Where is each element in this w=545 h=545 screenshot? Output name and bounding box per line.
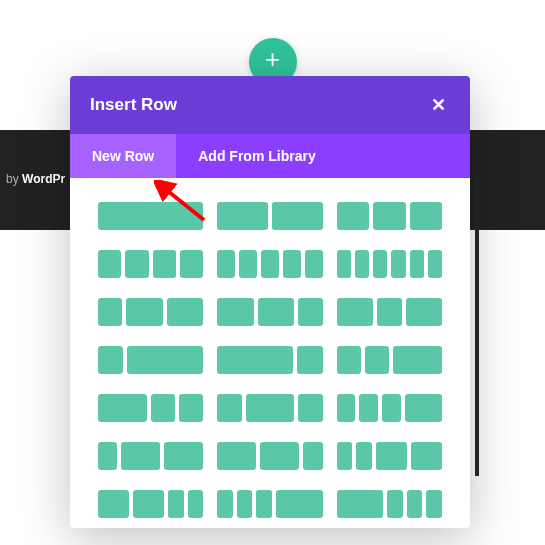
- column-block: [426, 490, 442, 518]
- layout-option-10[interactable]: [217, 346, 322, 374]
- close-icon[interactable]: ✕: [427, 92, 450, 118]
- column-block: [382, 394, 401, 422]
- column-block: [337, 490, 384, 518]
- layout-option-3[interactable]: [98, 250, 203, 278]
- column-block: [133, 490, 164, 518]
- column-block: [179, 394, 203, 422]
- layout-option-5[interactable]: [337, 250, 442, 278]
- column-block: [180, 250, 203, 278]
- column-block: [337, 250, 351, 278]
- column-block: [98, 298, 122, 326]
- column-block: [406, 298, 443, 326]
- column-block: [98, 202, 203, 230]
- column-block: [407, 490, 423, 518]
- column-block: [356, 442, 372, 470]
- column-block: [405, 394, 442, 422]
- column-block: [168, 490, 184, 518]
- column-block: [153, 250, 176, 278]
- column-block: [98, 346, 123, 374]
- layout-option-16[interactable]: [217, 442, 322, 470]
- column-block: [298, 394, 322, 422]
- column-block: [272, 202, 323, 230]
- layout-option-1[interactable]: [217, 202, 322, 230]
- column-block: [283, 250, 301, 278]
- modal-scrollbar[interactable]: [475, 176, 479, 476]
- column-block: [303, 442, 322, 470]
- column-block: [217, 250, 235, 278]
- column-block: [276, 490, 323, 518]
- column-block: [256, 490, 272, 518]
- column-block: [188, 490, 204, 518]
- tab-new-row[interactable]: New Row: [70, 134, 176, 178]
- column-block: [260, 442, 299, 470]
- column-block: [164, 442, 203, 470]
- plus-icon: +: [265, 46, 280, 72]
- layout-option-18[interactable]: [98, 490, 203, 518]
- modal-body: [70, 178, 470, 528]
- column-block: [98, 394, 147, 422]
- layout-option-2[interactable]: [337, 202, 442, 230]
- layout-option-20[interactable]: [337, 490, 442, 518]
- layout-option-9[interactable]: [98, 346, 203, 374]
- column-block: [355, 250, 369, 278]
- column-block: [217, 490, 233, 518]
- layout-option-4[interactable]: [217, 250, 322, 278]
- column-block: [410, 250, 424, 278]
- column-block: [373, 250, 387, 278]
- column-block: [217, 202, 268, 230]
- column-block: [246, 394, 295, 422]
- column-block: [239, 250, 257, 278]
- column-block: [410, 202, 442, 230]
- column-block: [98, 490, 129, 518]
- column-block: [359, 394, 378, 422]
- column-block: [373, 202, 405, 230]
- column-block: [428, 250, 442, 278]
- column-block: [167, 298, 204, 326]
- column-block: [125, 250, 148, 278]
- column-block: [387, 490, 403, 518]
- column-block: [261, 250, 279, 278]
- column-block: [151, 394, 175, 422]
- column-block: [411, 442, 442, 470]
- tab-add-from-library[interactable]: Add From Library: [176, 134, 337, 178]
- layout-option-19[interactable]: [217, 490, 322, 518]
- column-block: [258, 298, 295, 326]
- modal-tabs: New Row Add From Library: [70, 134, 470, 178]
- layout-option-0[interactable]: [98, 202, 203, 230]
- layout-option-8[interactable]: [337, 298, 442, 326]
- layout-option-17[interactable]: [337, 442, 442, 470]
- footer-prefix: by: [6, 172, 22, 186]
- layout-option-13[interactable]: [217, 394, 322, 422]
- footer-brand: WordPr: [22, 172, 65, 186]
- column-block: [237, 490, 253, 518]
- column-block: [337, 442, 353, 470]
- modal-title: Insert Row: [90, 95, 177, 115]
- column-block: [337, 202, 369, 230]
- column-block: [337, 394, 356, 422]
- column-block: [121, 442, 160, 470]
- modal-header: Insert Row ✕: [70, 76, 470, 134]
- column-block: [391, 250, 405, 278]
- column-block: [365, 346, 389, 374]
- layout-option-14[interactable]: [337, 394, 442, 422]
- column-block: [297, 346, 322, 374]
- column-block: [217, 298, 254, 326]
- column-block: [217, 394, 241, 422]
- layout-option-7[interactable]: [217, 298, 322, 326]
- column-block: [98, 442, 117, 470]
- column-block: [337, 346, 361, 374]
- layout-grid: [98, 202, 442, 518]
- layout-option-15[interactable]: [98, 442, 203, 470]
- column-block: [127, 346, 203, 374]
- layout-option-12[interactable]: [98, 394, 203, 422]
- column-block: [377, 298, 401, 326]
- layout-option-6[interactable]: [98, 298, 203, 326]
- layout-option-11[interactable]: [337, 346, 442, 374]
- column-block: [98, 250, 121, 278]
- column-block: [298, 298, 322, 326]
- column-block: [305, 250, 323, 278]
- insert-row-modal: Insert Row ✕ New Row Add From Library: [70, 76, 470, 528]
- column-block: [217, 442, 256, 470]
- column-block: [393, 346, 442, 374]
- column-block: [126, 298, 163, 326]
